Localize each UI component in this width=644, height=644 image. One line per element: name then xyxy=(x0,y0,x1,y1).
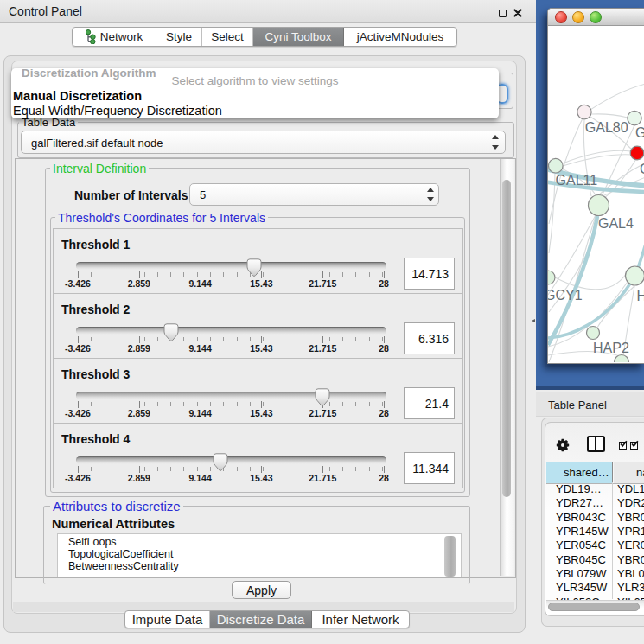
svg-text:HAP2: HAP2 xyxy=(593,341,629,355)
svg-text:H: H xyxy=(637,289,644,303)
svg-text:GAL80: GAL80 xyxy=(585,120,628,135)
svg-text:GCY1: GCY1 xyxy=(548,288,583,303)
svg-text:GAL11: GAL11 xyxy=(556,173,598,188)
svg-text:GA: GA xyxy=(635,125,644,140)
svg-text:C: C xyxy=(640,162,644,176)
svg-text:GAL4: GAL4 xyxy=(598,216,634,231)
